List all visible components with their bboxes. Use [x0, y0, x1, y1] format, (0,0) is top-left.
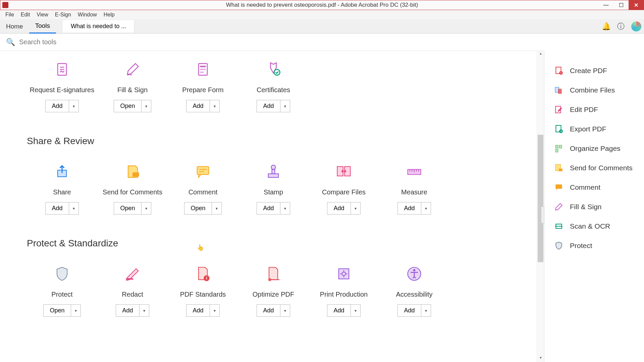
comment-icon	[554, 183, 563, 192]
menu-help[interactable]: Help	[100, 12, 118, 18]
tool-protect[interactable]: Protect Open	[27, 262, 97, 317]
add-button[interactable]: Add	[257, 202, 280, 214]
search-row: 🔍	[0, 34, 543, 51]
svg-rect-15	[126, 278, 133, 280]
open-button[interactable]: Open	[114, 100, 141, 112]
tool-label: Fill & Sign	[97, 86, 168, 94]
dropdown-button[interactable]	[351, 202, 360, 214]
certificates-icon	[238, 58, 309, 81]
scroll-thumb[interactable]	[538, 135, 543, 262]
tab-document[interactable]: What is needed to ...	[63, 20, 135, 33]
dropdown-button[interactable]	[212, 202, 221, 214]
dropdown-button[interactable]	[351, 305, 360, 316]
help-icon[interactable]: ⓘ	[616, 22, 625, 31]
tool-compare-files[interactable]: Compare Files Add	[309, 160, 379, 215]
dropdown-button[interactable]	[210, 100, 219, 112]
side-export-pdf[interactable]: Export PDF	[551, 119, 637, 139]
side-label: Comment	[570, 183, 600, 191]
add-button[interactable]: Add	[116, 305, 139, 316]
send-comments-icon	[554, 164, 563, 172]
svg-rect-3	[200, 69, 206, 70]
dropdown-button[interactable]	[280, 305, 290, 316]
tool-measure[interactable]: Measure Add	[379, 160, 449, 215]
tool-share[interactable]: Share Add	[27, 160, 97, 215]
side-comment[interactable]: Comment	[551, 178, 637, 197]
add-button[interactable]: Add	[398, 202, 421, 214]
side-send-comments[interactable]: Send for Comments	[551, 158, 637, 178]
svg-rect-4	[200, 72, 204, 73]
menu-edit[interactable]: Edit	[17, 12, 34, 18]
dropdown-button[interactable]	[421, 305, 431, 316]
dropdown-button[interactable]	[280, 202, 290, 214]
dropdown-button[interactable]	[280, 100, 290, 112]
tab-home[interactable]: Home	[0, 20, 29, 33]
side-scan-ocr[interactable]: Scan & OCR	[551, 217, 637, 236]
add-button[interactable]: Add	[186, 100, 210, 112]
prepare-form-icon	[168, 58, 238, 81]
tool-label: Prepare Form	[168, 86, 238, 94]
scroll-down-arrow[interactable]: ▾	[537, 355, 544, 362]
stamp-icon	[238, 160, 309, 183]
tab-tools[interactable]: Tools	[29, 19, 56, 34]
pdf-standards-icon: i	[168, 262, 238, 286]
notifications-icon[interactable]: 🔔	[602, 22, 610, 31]
add-button[interactable]: Add	[186, 305, 210, 316]
tool-label: Stamp	[238, 188, 309, 196]
side-create-pdf[interactable]: +Create PDF	[551, 61, 637, 80]
maximize-button[interactable]: ☐	[613, 0, 629, 10]
tool-pdf-standards[interactable]: i PDF Standards Add	[168, 262, 238, 317]
add-button[interactable]: Add	[327, 202, 351, 214]
menu-file[interactable]: File	[2, 12, 17, 18]
open-button[interactable]: Open	[184, 202, 212, 214]
side-label: Send for Comments	[570, 164, 633, 172]
avatar[interactable]	[631, 21, 641, 32]
tool-label: Share	[27, 188, 97, 196]
tool-certificates[interactable]: Certificates Add	[238, 58, 309, 112]
add-button[interactable]: Add	[398, 305, 421, 316]
tool-accessibility[interactable]: Accessibility Add	[379, 262, 449, 317]
open-button[interactable]: Open	[114, 202, 141, 214]
side-label: Edit PDF	[570, 106, 598, 114]
dropdown-button[interactable]	[140, 305, 149, 316]
tool-request-esignatures[interactable]: Request E-signatures Add	[27, 58, 97, 112]
dropdown-button[interactable]	[142, 100, 151, 112]
tool-fill-sign[interactable]: Fill & Sign Open	[97, 58, 168, 112]
minimize-button[interactable]: —	[598, 0, 613, 10]
tool-label: Print Production	[309, 291, 379, 298]
tool-stamp[interactable]: Stamp Add	[238, 160, 309, 215]
dropdown-button[interactable]	[71, 305, 80, 316]
side-protect[interactable]: Protect	[551, 236, 637, 255]
side-collapse-handle[interactable]	[541, 206, 544, 223]
side-edit-pdf[interactable]: Edit PDF	[551, 100, 637, 119]
edit-pdf-icon	[554, 105, 563, 114]
search-tools-input[interactable]	[19, 38, 287, 46]
side-fill-sign[interactable]: Fill & Sign	[551, 197, 637, 217]
dropdown-button[interactable]	[69, 202, 78, 214]
add-button[interactable]: Add	[327, 305, 351, 316]
open-button[interactable]: Open	[44, 305, 71, 316]
menu-view[interactable]: View	[33, 12, 51, 18]
tool-redact[interactable]: Redact Add	[97, 262, 168, 317]
add-button[interactable]: Add	[46, 100, 69, 112]
tool-prepare-form[interactable]: Prepare Form Add	[168, 58, 238, 112]
window-title: What is needed to prevent osteoporosis.p…	[226, 2, 418, 8]
menu-esign[interactable]: E-Sign	[52, 12, 74, 18]
side-combine-files[interactable]: Combine Files	[551, 80, 637, 100]
side-organize-pages[interactable]: Organize Pages	[551, 139, 637, 158]
menu-window[interactable]: Window	[74, 12, 100, 18]
tool-comment[interactable]: Comment Open	[168, 160, 238, 215]
tool-optimize-pdf[interactable]: Optimize PDF Add	[238, 262, 309, 317]
tool-print-production[interactable]: Print Production Add	[309, 262, 379, 317]
add-button[interactable]: Add	[257, 100, 280, 112]
close-button[interactable]: ✕	[629, 0, 644, 10]
dropdown-button[interactable]	[69, 100, 78, 112]
dropdown-button[interactable]	[421, 202, 431, 214]
search-icon: 🔍	[6, 38, 15, 47]
scroll-up-arrow[interactable]: ▴	[537, 51, 544, 58]
add-button[interactable]: Add	[257, 305, 280, 316]
add-button[interactable]: Add	[46, 202, 69, 214]
dropdown-button[interactable]	[210, 305, 219, 316]
side-pane: +Create PDF Combine Files Edit PDF Expor…	[544, 51, 644, 362]
dropdown-button[interactable]	[142, 202, 151, 214]
tool-send-comments[interactable]: Send for Comments Open	[97, 160, 168, 215]
